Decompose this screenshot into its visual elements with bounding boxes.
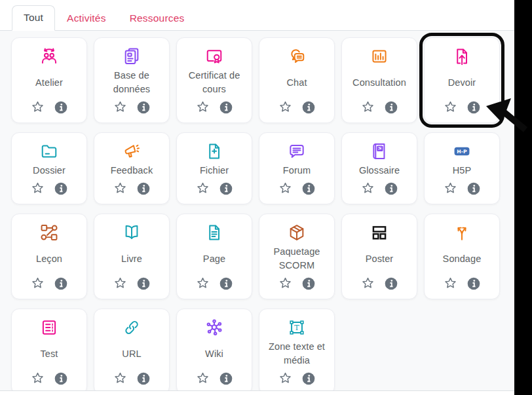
info-icon[interactable] [219, 182, 233, 195]
info-icon[interactable] [54, 182, 67, 195]
info-icon[interactable] [137, 182, 150, 195]
info-icon[interactable] [385, 101, 398, 114]
info-icon[interactable] [302, 182, 315, 195]
star-favourite-icon[interactable] [196, 181, 210, 195]
info-icon[interactable] [137, 277, 150, 290]
activity-card-test[interactable]: Test [11, 309, 87, 390]
info-icon[interactable] [302, 277, 315, 290]
star-favourite-icon[interactable] [361, 100, 375, 114]
activity-card-zone-texte-et-media[interactable]: T Zone texte et média [259, 309, 335, 390]
info-icon[interactable] [385, 182, 398, 195]
activity-card-poster[interactable]: Poster [341, 214, 417, 299]
h5p-logo-icon: H-P [453, 141, 471, 161]
star-favourite-icon[interactable] [31, 276, 45, 290]
activity-label: Chat [282, 66, 311, 99]
info-icon[interactable] [467, 101, 480, 114]
tab-activites[interactable]: Activités [55, 6, 118, 31]
tab-ressources[interactable]: Ressources [118, 6, 197, 31]
info-icon[interactable] [467, 277, 480, 290]
star-favourite-icon[interactable] [278, 181, 292, 195]
activity-grid: Atelier Base de données [11, 37, 514, 390]
star-favourite-icon[interactable] [196, 276, 210, 290]
activity-card-wiki[interactable]: Wiki [176, 309, 252, 390]
info-icon[interactable] [137, 372, 150, 385]
folder-icon [40, 141, 58, 161]
star-favourite-icon[interactable] [196, 100, 210, 114]
card-footer [361, 100, 398, 114]
activity-label: Wiki [201, 337, 227, 370]
star-favourite-icon[interactable] [113, 276, 127, 290]
star-favourite-icon[interactable] [278, 276, 292, 290]
info-icon[interactable] [54, 101, 67, 114]
card-footer [113, 181, 150, 195]
activity-card-page[interactable]: Page [176, 214, 252, 299]
activity-label: Sondage [439, 242, 485, 275]
activity-card-certificat-de-cours[interactable]: Certificat de cours [176, 37, 252, 123]
quiz-checklist-icon [40, 318, 58, 337]
star-favourite-icon[interactable] [278, 371, 292, 385]
info-icon[interactable] [137, 101, 150, 114]
card-footer [444, 276, 480, 290]
activity-card-base-de-donnees[interactable]: Base de données [94, 37, 170, 123]
activity-card-h5p[interactable]: H-P H5P [424, 132, 500, 204]
star-favourite-icon[interactable] [444, 100, 457, 114]
star-favourite-icon[interactable] [113, 181, 127, 195]
info-icon[interactable] [219, 372, 233, 385]
card-footer [444, 181, 480, 195]
card-footer [113, 371, 150, 385]
activity-label: Leçon [32, 242, 66, 275]
file-plus-icon [205, 141, 223, 161]
activity-card-paquetage-scorm[interactable]: Paquetage SCORM [259, 214, 335, 299]
certificate-icon [205, 47, 223, 66]
activity-card-consultation[interactable]: Consultation [341, 37, 417, 123]
chat-bubbles-icon [288, 47, 306, 66]
info-icon[interactable] [219, 101, 233, 114]
activity-card-glossaire[interactable]: AZ Glossaire [341, 132, 417, 204]
activity-label: Paquetage SCORM [259, 242, 334, 275]
activity-label: Dossier [29, 161, 69, 180]
choice-split-icon [453, 223, 471, 242]
card-footer [31, 181, 67, 195]
activity-card-sondage[interactable]: Sondage [424, 214, 500, 299]
activity-card-atelier[interactable]: Atelier [11, 37, 87, 123]
star-favourite-icon[interactable] [196, 371, 210, 385]
card-footer [278, 100, 315, 114]
poster-layout-icon [370, 223, 389, 242]
info-icon[interactable] [302, 372, 315, 385]
star-favourite-icon[interactable] [31, 100, 45, 114]
star-favourite-icon[interactable] [278, 100, 292, 114]
card-footer [196, 181, 233, 195]
svg-text:T: T [294, 324, 299, 332]
activity-card-devoir[interactable]: Devoir [424, 37, 500, 123]
tab-bar: ToutActivitésRessources [0, 0, 514, 31]
card-footer [31, 100, 67, 114]
info-icon[interactable] [54, 277, 67, 290]
star-favourite-icon[interactable] [361, 181, 375, 195]
activity-card-fichier[interactable]: Fichier [176, 132, 252, 204]
star-favourite-icon[interactable] [113, 371, 127, 385]
activity-card-url[interactable]: URL [94, 309, 170, 390]
info-icon[interactable] [302, 101, 315, 114]
star-favourite-icon[interactable] [31, 181, 45, 195]
info-icon[interactable] [467, 182, 480, 195]
info-icon[interactable] [54, 372, 67, 385]
activity-card-chat[interactable]: Chat [259, 37, 335, 123]
tab-tout[interactable]: Tout [12, 5, 55, 31]
activity-card-livre[interactable]: Livre [94, 214, 170, 299]
activity-label: Livre [117, 242, 146, 275]
activity-card-lecon[interactable]: Leçon [11, 214, 87, 299]
star-favourite-icon[interactable] [113, 100, 127, 114]
info-icon[interactable] [219, 277, 233, 290]
star-favourite-icon[interactable] [361, 276, 375, 290]
star-favourite-icon[interactable] [444, 181, 457, 195]
info-icon[interactable] [385, 277, 398, 290]
star-favourite-icon[interactable] [31, 371, 45, 385]
activity-card-dossier[interactable]: Dossier [11, 132, 87, 204]
star-favourite-icon[interactable] [444, 276, 457, 290]
activity-label: Consultation [349, 66, 410, 99]
survey-chart-icon [370, 47, 389, 66]
activity-card-forum[interactable]: Forum [259, 132, 335, 204]
activity-card-feedback[interactable]: Feedback [94, 132, 170, 204]
megaphone-icon [123, 141, 141, 161]
link-icon [123, 318, 141, 337]
